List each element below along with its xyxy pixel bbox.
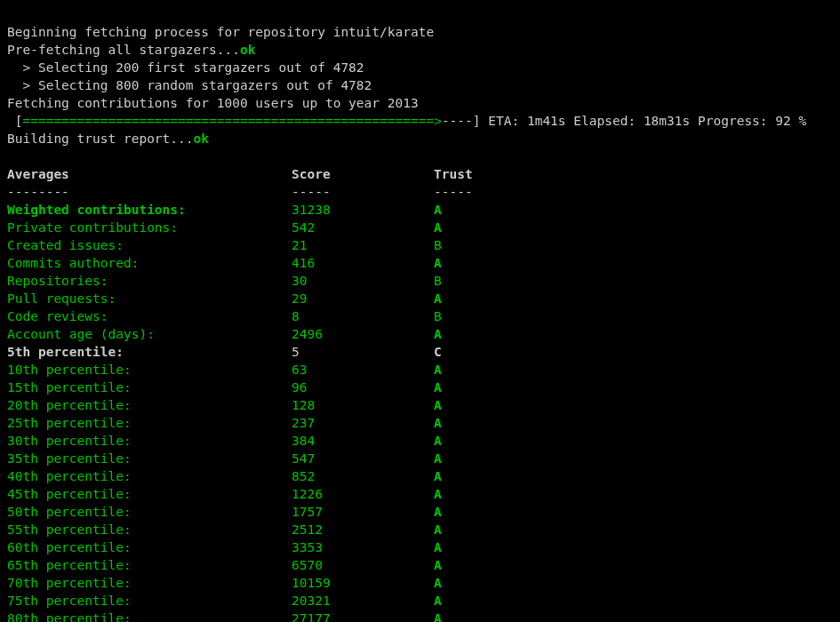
col-header-score: Score xyxy=(292,165,434,183)
table-row: 20th percentile:128A xyxy=(7,398,442,412)
row-label: 20th percentile: xyxy=(7,396,292,414)
row-score: 384 xyxy=(292,432,434,450)
row-label: 60th percentile: xyxy=(7,538,292,556)
table-row: 10th percentile:63A xyxy=(7,363,442,377)
ok-1: ok xyxy=(240,43,255,57)
table-row: 5th percentile:5C xyxy=(7,345,442,359)
line-select-random: > Selecting 800 random stargazers out of… xyxy=(7,78,372,92)
row-trust: A xyxy=(434,610,442,622)
table-row: 25th percentile:237A xyxy=(7,416,442,430)
row-trust: A xyxy=(434,432,442,450)
table-row: 15th percentile:96A xyxy=(7,380,442,395)
row-trust: B xyxy=(434,236,442,254)
row-score: 1757 xyxy=(292,503,434,521)
row-score: 2496 xyxy=(292,325,434,343)
col-underline-score: ----- xyxy=(292,183,434,201)
line-fetching: Fetching contributions for 1000 users up… xyxy=(7,96,419,110)
row-trust: A xyxy=(434,467,442,485)
row-trust: A xyxy=(434,325,442,343)
row-score: 1226 xyxy=(292,485,434,503)
row-trust: A xyxy=(434,361,442,379)
row-score: 5 xyxy=(292,343,434,361)
table-row: Repositories:30B xyxy=(7,274,442,288)
row-trust: A xyxy=(434,254,442,272)
table-row: 70th percentile:10159A xyxy=(7,576,442,590)
table-row: 30th percentile:384A xyxy=(7,434,442,448)
row-score: 3353 xyxy=(292,538,434,556)
row-label: 30th percentile: xyxy=(7,432,292,450)
row-score: 852 xyxy=(292,467,434,485)
line-prefetch: Pre-fetching all stargazers... xyxy=(7,43,240,57)
row-score: 10159 xyxy=(292,574,434,592)
row-label: 50th percentile: xyxy=(7,503,292,521)
table-row: 65th percentile:6570A xyxy=(7,558,442,572)
elapsed-value: 18m31s xyxy=(644,114,690,128)
row-score: 128 xyxy=(292,396,434,414)
row-label: Private contributions: xyxy=(7,219,292,236)
row-score: 416 xyxy=(292,254,434,272)
row-trust: A xyxy=(434,379,442,396)
row-label: 5th percentile: xyxy=(7,343,292,361)
row-score: 547 xyxy=(292,450,434,467)
row-trust: A xyxy=(434,201,442,219)
row-trust: C xyxy=(434,343,442,361)
row-label: Commits authored: xyxy=(7,254,292,272)
progress-label: Progress: xyxy=(690,114,775,128)
table-row: 35th percentile:547A xyxy=(7,451,442,466)
row-label: 45th percentile: xyxy=(7,485,292,503)
row-trust: A xyxy=(434,219,442,236)
row-score: 96 xyxy=(292,379,434,396)
table-row: 60th percentile:3353A xyxy=(7,540,442,554)
row-label: Weighted contributions: xyxy=(7,201,292,219)
row-label: Created issues: xyxy=(7,236,292,254)
row-trust: A xyxy=(434,485,442,503)
table-row: Pull requests:29A xyxy=(7,291,442,306)
table-row: 50th percentile:1757A xyxy=(7,505,442,519)
progress-fill: ========================================… xyxy=(22,114,441,128)
row-trust: A xyxy=(434,503,442,521)
row-score: 8 xyxy=(292,307,434,325)
table-row: Private contributions:542A xyxy=(7,220,442,235)
row-trust: A xyxy=(434,290,442,307)
table-row: Code reviews:8B xyxy=(7,309,442,323)
row-label: 10th percentile: xyxy=(7,361,292,379)
col-underline-trust: ----- xyxy=(434,183,473,201)
line-select-first: > Selecting 200 first stargazers out of … xyxy=(7,60,364,75)
table-row: 45th percentile:1226A xyxy=(7,487,442,501)
row-trust: B xyxy=(434,272,442,290)
eta-value: 1m41s xyxy=(527,114,566,128)
row-label: 55th percentile: xyxy=(7,521,292,538)
row-score: 542 xyxy=(292,219,434,236)
table-row: 55th percentile:2512A xyxy=(7,522,442,537)
row-score: 63 xyxy=(292,361,434,379)
row-label: Pull requests: xyxy=(7,290,292,307)
table-row: 75th percentile:20321A xyxy=(7,594,442,608)
row-score: 6570 xyxy=(292,556,434,574)
table-row: 40th percentile:852A xyxy=(7,469,442,483)
row-score: 29 xyxy=(292,290,434,307)
table-row: Created issues:21B xyxy=(7,238,442,252)
row-label: Code reviews: xyxy=(7,307,292,325)
row-score: 2512 xyxy=(292,521,434,538)
row-label: 80th percentile: xyxy=(7,610,292,622)
progress-open: [ xyxy=(7,114,22,128)
terminal-output: Beginning fetching process for repositor… xyxy=(0,0,840,622)
progress-empty: ----] xyxy=(442,114,488,128)
row-trust: A xyxy=(434,521,442,538)
row-trust: A xyxy=(434,414,442,432)
row-trust: A xyxy=(434,574,442,592)
row-label: 70th percentile: xyxy=(7,574,292,592)
row-trust: A xyxy=(434,450,442,467)
row-score: 20321 xyxy=(292,592,434,610)
col-header-averages: Averages xyxy=(7,165,292,183)
row-label: Account age (days): xyxy=(7,325,292,343)
col-underline-averages: -------- xyxy=(7,183,292,201)
row-label: 35th percentile: xyxy=(7,450,292,467)
elapsed-label: Elapsed: xyxy=(566,114,644,128)
row-label: 75th percentile: xyxy=(7,592,292,610)
row-score: 237 xyxy=(292,414,434,432)
row-score: 27177 xyxy=(292,610,434,622)
table-row: Commits authored:416A xyxy=(7,256,442,270)
row-score: 21 xyxy=(292,236,434,254)
row-trust: A xyxy=(434,396,442,414)
